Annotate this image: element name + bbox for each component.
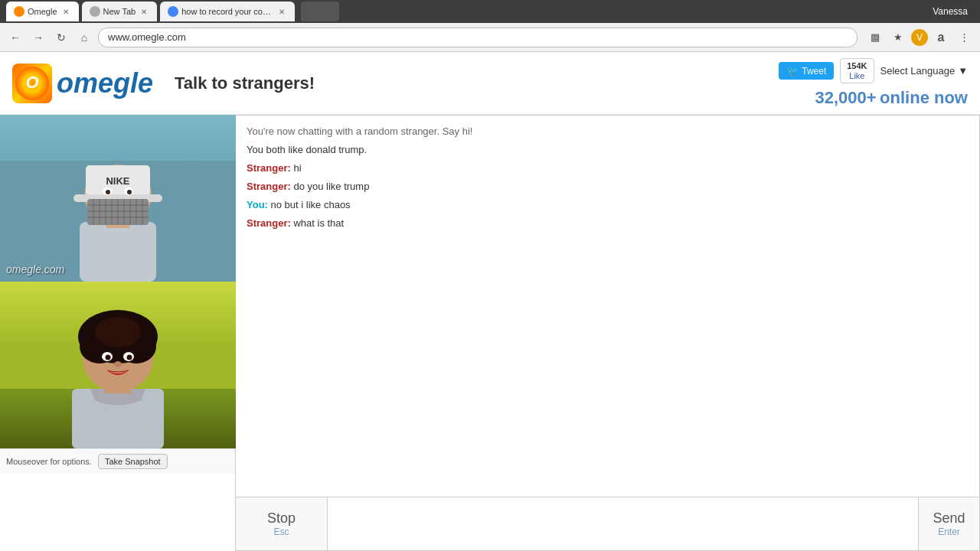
chat-line-1: Stranger: do you like trump	[247, 178, 969, 195]
logo-icon: O	[12, 64, 52, 103]
header-right: 🐦 Tweet 154K Like Select Language ▼ 32,0…	[779, 58, 968, 108]
twitter-icon: 🐦	[786, 65, 799, 77]
tab-omegle-close[interactable]: ✕	[60, 6, 71, 17]
online-suffix: online now	[880, 88, 968, 107]
chat-line-system: You're now chatting with a random strang…	[247, 123, 969, 140]
tab-newtab[interactable]: New Tab ✕	[82, 2, 158, 21]
svg-point-13	[127, 190, 132, 194]
you-text-0: no but i like chaos	[271, 199, 351, 210]
browser-navbar: ← → ↻ ⌂ www.omegle.com ▩ ★ V a ⋮	[0, 23, 980, 52]
screen-icon[interactable]: ▩	[865, 28, 885, 47]
svg-text:O: O	[25, 73, 38, 92]
mouseover-label: Mouseover for options.	[6, 457, 92, 466]
chat-panel: You're now chatting with a random strang…	[236, 115, 980, 551]
stranger-text-1: do you like trump	[293, 181, 369, 192]
menu-icon[interactable]: ⋮	[954, 28, 974, 47]
google-favicon	[168, 6, 178, 17]
chat-line-3: Stranger: what is that	[247, 215, 969, 232]
chevron-down-icon: ▼	[958, 65, 968, 77]
tab-omegle[interactable]: Omegle ✕	[6, 2, 79, 21]
home-button[interactable]: ⌂	[75, 28, 93, 47]
svg-point-38	[106, 355, 111, 360]
stop-sub: Esc	[273, 527, 289, 537]
chat-input-row: Stop Esc Send Enter	[236, 497, 979, 550]
browser-actions: ▩ ★ V a ⋮	[865, 28, 974, 47]
interest-message: You both like donald trump.	[247, 144, 367, 155]
stranger-text-2: what is that	[293, 217, 344, 229]
system-message: You're now chatting with a random strang…	[247, 126, 472, 137]
stop-label: Stop	[267, 510, 296, 527]
stranger-label-0: Stranger:	[247, 162, 291, 174]
tagline: Talk to strangers!	[175, 73, 315, 93]
tab-end-space	[301, 2, 339, 21]
send-sub: Enter	[938, 527, 960, 537]
tab-howto[interactable]: how to record your comp... ✕	[160, 2, 295, 21]
page: O omegle Talk to strangers! 🐦 Tweet 154K…	[0, 52, 980, 551]
svg-point-35	[95, 317, 141, 347]
video-panel: NIKE	[0, 115, 236, 551]
reload-button[interactable]: ↻	[52, 28, 70, 47]
forward-button[interactable]: →	[29, 28, 47, 47]
svg-rect-4	[80, 222, 156, 282]
tweet-button[interactable]: 🐦 Tweet	[779, 62, 834, 80]
svg-text:NIKE: NIKE	[106, 175, 129, 187]
main-content: NIKE	[0, 115, 980, 551]
fb-like-box[interactable]: 154K Like	[840, 58, 874, 83]
online-number: 32,000+	[815, 88, 877, 107]
video-watermark: omegle.com	[6, 263, 64, 276]
send-button[interactable]: Send Enter	[918, 497, 979, 550]
send-label: Send	[933, 510, 965, 527]
stranger-label-1: Stranger:	[247, 181, 291, 192]
browser-titlebar: Omegle ✕ New Tab ✕ how to record your co…	[0, 0, 980, 23]
chat-line-2: You: no but i like chaos	[247, 197, 969, 214]
svg-point-40	[114, 361, 122, 367]
back-button[interactable]: ←	[6, 28, 24, 47]
address-bar[interactable]: www.omegle.com	[98, 28, 858, 47]
svg-point-12	[106, 190, 110, 194]
you-label-0: You:	[247, 199, 268, 210]
url-text: www.omegle.com	[108, 31, 186, 43]
svg-point-39	[127, 355, 132, 360]
omegle-logo: O omegle	[12, 64, 153, 103]
take-snapshot-button[interactable]: Take Snapshot	[98, 454, 168, 469]
online-count: 32,000+ online now	[815, 88, 968, 108]
fb-count: 154K	[847, 61, 867, 70]
header-buttons: 🐦 Tweet 154K Like Select Language ▼	[779, 58, 968, 83]
tab-newtab-close[interactable]: ✕	[139, 6, 149, 17]
stranger-video: NIKE	[0, 115, 236, 282]
tweet-label: Tweet	[802, 66, 826, 77]
stranger-text-0: hi	[293, 162, 301, 174]
user-label: Vanessa	[933, 6, 974, 17]
select-language[interactable]: Select Language ▼	[880, 65, 968, 77]
tab-newtab-label: New Tab	[103, 7, 136, 16]
star-icon[interactable]: ★	[888, 28, 908, 47]
tab-howto-label: how to record your comp...	[181, 7, 273, 16]
video-controls: Mouseover for options. Take Snapshot	[0, 448, 235, 474]
chat-line-0: Stranger: hi	[247, 160, 969, 177]
user-svg	[0, 282, 236, 448]
chat-line-interest: You both like donald trump.	[247, 142, 969, 158]
newtab-favicon	[90, 6, 100, 17]
stranger-svg: NIKE	[0, 115, 236, 282]
tab-omegle-label: Omegle	[28, 7, 57, 16]
omegle-header: O omegle Talk to strangers! 🐦 Tweet 154K…	[0, 52, 980, 115]
stop-button[interactable]: Stop Esc	[236, 497, 328, 550]
user-video	[0, 282, 236, 448]
logo-text: omegle	[57, 67, 153, 99]
select-language-label: Select Language	[880, 65, 956, 77]
tab-howto-close[interactable]: ✕	[276, 6, 287, 17]
chat-input[interactable]	[328, 497, 918, 550]
amazon-icon[interactable]: a	[931, 28, 951, 47]
fb-like-label: Like	[849, 71, 864, 80]
omegle-favicon	[14, 6, 24, 17]
profile-icon[interactable]: V	[911, 29, 928, 46]
stranger-label-2: Stranger:	[247, 217, 291, 229]
chat-messages: You're now chatting with a random strang…	[236, 116, 979, 497]
